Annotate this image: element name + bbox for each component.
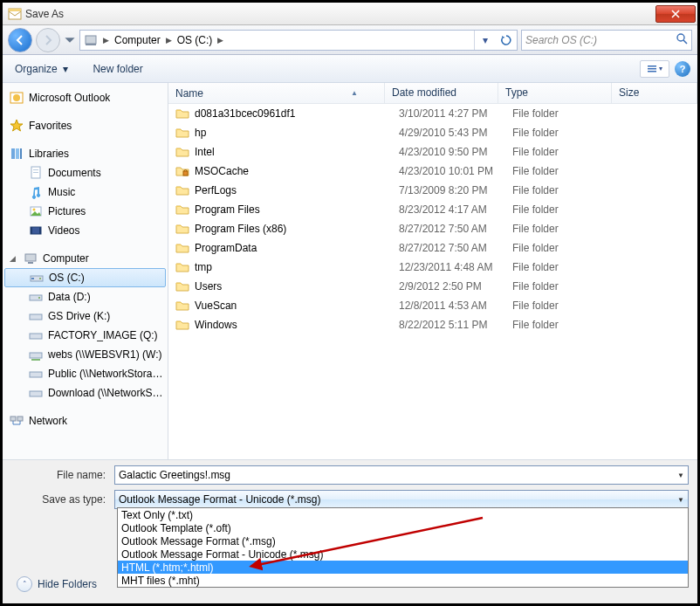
saveastype-option[interactable]: Outlook Message Format (*.msg)	[118, 534, 688, 547]
saveastype-dropdown[interactable]: Text Only (*.txt)Outlook Template (*.oft…	[117, 507, 689, 588]
table-row[interactable]: Windows8/22/2012 5:11 PMFile folder	[168, 315, 697, 334]
window-title: Save As	[25, 8, 655, 20]
nav-music[interactable]: Music	[3, 182, 168, 202]
search-input[interactable]: Search OS (C:)	[521, 30, 692, 51]
nav-computer[interactable]: ◢ Computer	[3, 249, 168, 268]
table-row[interactable]: d081a31bcec0961df13/10/2011 4:27 PMFile …	[168, 104, 697, 123]
table-row[interactable]: Program Files8/23/2012 4:17 AMFile folde…	[168, 200, 697, 219]
address-bar[interactable]: ▶ Computer ▶ OS (C:) ▶ ▾	[79, 30, 518, 51]
folder-icon	[175, 107, 189, 121]
svg-rect-13	[20, 148, 22, 159]
nav-drive-q[interactable]: FACTORY_IMAGE (Q:)	[3, 326, 168, 345]
chevron-right-icon[interactable]: ▶	[164, 36, 174, 45]
file-name: PerfLogs	[195, 184, 237, 196]
table-row[interactable]: VueScan12/8/2011 4:53 AMFile folder	[168, 296, 697, 315]
nav-favorites[interactable]: Favorites	[3, 116, 168, 135]
file-type: File folder	[505, 280, 619, 293]
breadcrumb-root[interactable]	[80, 31, 101, 50]
file-list-pane: Name▲ Date modified Type Size d081a31bce…	[168, 83, 697, 459]
nav-libraries[interactable]: Libraries	[3, 144, 168, 163]
folder-icon	[175, 318, 189, 332]
nav-public-share[interactable]: Public (\\NetworkStorage)	[3, 364, 168, 383]
file-name: Intel	[195, 146, 215, 158]
svg-rect-11	[11, 148, 15, 159]
file-name: hp	[195, 127, 206, 139]
saveastype-option[interactable]: HTML (*.htm;*.html)	[118, 561, 688, 574]
svg-rect-29	[30, 314, 42, 320]
file-type: File folder	[505, 184, 619, 196]
saveastype-option[interactable]: MHT files (*.mht)	[118, 574, 688, 587]
file-date: 7/13/2009 8:20 PM	[392, 184, 505, 196]
svg-rect-20	[31, 227, 32, 234]
forward-button[interactable]	[36, 28, 60, 52]
nav-drive-d[interactable]: Data (D:)	[3, 287, 168, 306]
sort-asc-icon: ▲	[351, 89, 358, 97]
search-icon	[676, 32, 688, 47]
file-type: File folder	[505, 242, 619, 254]
table-row[interactable]: Users2/9/2012 2:50 PMFile folder	[168, 277, 697, 296]
dropdown-icon[interactable]: ▼	[677, 472, 684, 479]
nav-drive-c[interactable]: OS (C:)	[4, 268, 166, 287]
chevron-right-icon[interactable]: ▶	[101, 36, 111, 45]
nav-drive-w[interactable]: webs (\\WEBSVR1) (W:)	[3, 345, 168, 364]
file-type: File folder	[505, 223, 619, 235]
network-drive-icon	[29, 367, 43, 381]
table-row[interactable]: Program Files (x86)8/27/2012 7:50 AMFile…	[168, 219, 697, 238]
svg-rect-6	[648, 65, 656, 67]
organize-button[interactable]: Organize ▾	[10, 60, 73, 78]
breadcrumb-computer[interactable]: Computer	[111, 31, 164, 50]
nav-outlook[interactable]: Microsoft Outlook	[3, 88, 168, 107]
saveastype-option[interactable]: Outlook Message Format - Unicode (*.msg)	[118, 547, 688, 561]
refresh-button[interactable]	[496, 31, 517, 50]
nav-pictures[interactable]: Pictures	[3, 202, 168, 221]
computer-icon	[24, 251, 38, 265]
column-date[interactable]: Date modified	[385, 83, 498, 103]
file-date: 8/27/2012 7:50 AM	[392, 242, 505, 254]
svg-rect-12	[16, 148, 19, 159]
nav-documents[interactable]: Documents	[3, 163, 168, 182]
saveastype-option[interactable]: Text Only (*.txt)	[118, 508, 688, 521]
drive-icon	[30, 271, 44, 285]
filename-input[interactable]: Galactic Greetings!.msg ▼	[114, 465, 689, 485]
collapse-icon[interactable]: ◢	[10, 254, 18, 263]
nav-download-share[interactable]: Download (\\NetworkStorage)	[3, 383, 168, 403]
column-name[interactable]: Name▲	[168, 83, 385, 103]
back-button[interactable]	[8, 28, 32, 52]
svg-rect-7	[648, 68, 656, 70]
nav-network[interactable]: Network	[3, 411, 168, 430]
drive-icon	[29, 290, 43, 304]
saveastype-label: Save as type:	[11, 493, 107, 506]
svg-rect-31	[30, 353, 42, 358]
history-button[interactable]	[64, 28, 76, 52]
file-date: 12/23/2011 4:48 AM	[392, 261, 505, 273]
change-view-button[interactable]: ▾	[640, 60, 669, 78]
folder-icon	[175, 164, 189, 178]
nav-drive-k[interactable]: GS Drive (K:)	[3, 306, 168, 326]
toolbar: Organize ▾ New folder ▾ ?	[3, 55, 697, 83]
table-row[interactable]: MSOCache4/23/2010 10:01 PMFile folder	[168, 162, 697, 181]
svg-rect-15	[33, 169, 38, 170]
svg-point-10	[13, 94, 20, 101]
svg-rect-25	[31, 278, 34, 279]
file-name: VueScan	[195, 300, 237, 312]
file-type: File folder	[505, 146, 619, 158]
previous-locations-button[interactable]: ▾	[475, 31, 496, 50]
saveastype-option[interactable]: Outlook Template (*.oft)	[118, 521, 688, 534]
saveastype-combo[interactable]: Outlook Message Format - Unicode (*.msg)…	[114, 490, 689, 509]
nav-videos[interactable]: Videos	[3, 221, 168, 240]
svg-rect-36	[183, 171, 188, 176]
breadcrumb-drive[interactable]: OS (C:)	[174, 31, 216, 50]
column-size[interactable]: Size	[612, 83, 697, 103]
dropdown-icon[interactable]: ▼	[677, 496, 684, 504]
table-row[interactable]: hp4/29/2010 5:43 PMFile folder	[168, 123, 697, 142]
table-row[interactable]: Intel4/23/2010 9:50 PMFile folder	[168, 142, 697, 162]
table-row[interactable]: ProgramData8/27/2012 7:50 AMFile folder	[168, 238, 697, 258]
close-button[interactable]	[655, 5, 696, 23]
table-row[interactable]: PerfLogs7/13/2009 8:20 PMFile folder	[168, 181, 697, 200]
chevron-right-icon[interactable]: ▶	[216, 36, 225, 45]
table-row[interactable]: tmp12/23/2011 4:48 AMFile folder	[168, 258, 697, 277]
new-folder-button[interactable]: New folder	[87, 60, 148, 78]
column-type[interactable]: Type	[498, 83, 612, 103]
file-type: File folder	[505, 300, 619, 312]
help-button[interactable]: ?	[675, 61, 690, 77]
